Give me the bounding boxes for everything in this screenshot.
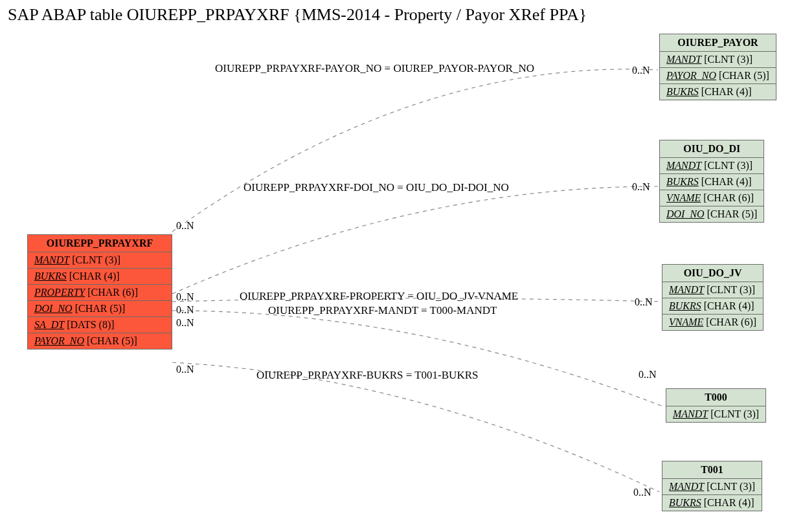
field-row: DOI_NO [CHAR (5)] xyxy=(28,301,172,317)
cardinality-right-t001: 0..N xyxy=(633,487,651,498)
ref-table-t001: T001 MANDT [CLNT (3)] BUKRS [CHAR (4)] xyxy=(662,461,762,511)
field-row: PAYOR_NO [CHAR (5)] xyxy=(28,333,172,349)
ref-table-dodi: OIU_DO_DI MANDT [CLNT (3)] BUKRS [CHAR (… xyxy=(659,140,764,223)
relation-label: OIUREPP_PRPAYXRF-PAYOR_NO = OIUREP_PAYOR… xyxy=(215,62,534,75)
cardinality-left: 0..N xyxy=(176,364,194,375)
relation-label: OIUREPP_PRPAYXRF-MANDT = T000-MANDT xyxy=(268,304,497,317)
field-row: BUKRS [CHAR (4)] xyxy=(662,298,763,315)
field-row: VNAME [CHAR (6)] xyxy=(660,190,763,206)
main-table: OIUREPP_PRPAYXRF MANDT [CLNT (3)] BUKRS … xyxy=(27,234,172,349)
ref-table-header: OIUREP_PAYOR xyxy=(660,34,776,52)
field-row: MANDT [CLNT (3)] xyxy=(662,282,763,298)
field-row: BUKRS [CHAR (4)] xyxy=(662,495,762,511)
page-title: SAP ABAP table OIUREPP_PRPAYXRF {MMS-201… xyxy=(8,5,587,25)
field-row: PAYOR_NO [CHAR (5)] xyxy=(660,68,776,84)
field-row: PROPERTY [CHAR (6)] xyxy=(28,285,172,301)
relation-label: OIUREPP_PRPAYXRF-DOI_NO = OIU_DO_DI-DOI_… xyxy=(243,181,509,194)
diagram-canvas: SAP ABAP table OIUREPP_PRPAYXRF {MMS-201… xyxy=(0,0,803,532)
cardinality-right: 0..N xyxy=(639,369,657,381)
cardinality-right: 0..N xyxy=(632,181,650,193)
relation-label: OIUREPP_PRPAYXRF-BUKRS = T001-BUKRS xyxy=(256,369,478,382)
cardinality-left: 0..N xyxy=(176,304,194,316)
field-row: MANDT [CLNT (3)] xyxy=(662,479,762,495)
field-row: VNAME [CHAR (6)] xyxy=(662,315,763,330)
cardinality-left: 0..N xyxy=(176,317,194,329)
ref-table-header: OIU_DO_DI xyxy=(660,140,763,158)
cardinality-right: 0..N xyxy=(632,65,650,76)
ref-table-t000: T000 MANDT [CLNT (3)] xyxy=(666,388,766,423)
field-row: BUKRS [CHAR (4)] xyxy=(660,174,763,190)
relation-label: OIUREPP_PRPAYXRF-PROPERTY = OIU_DO_JV-VN… xyxy=(240,290,518,303)
cardinality-left: 0..N xyxy=(176,291,194,303)
main-table-header: OIUREPP_PRPAYXRF xyxy=(28,235,172,252)
ref-table-header: OIU_DO_JV xyxy=(662,265,763,282)
field-row: MANDT [CLNT (3)] xyxy=(666,406,765,422)
cardinality-left: 0..N xyxy=(176,220,194,232)
field-row: MANDT [CLNT (3)] xyxy=(28,252,172,269)
field-row: BUKRS [CHAR (4)] xyxy=(660,84,776,100)
field-row: MANDT [CLNT (3)] xyxy=(660,158,763,174)
field-row: BUKRS [CHAR (4)] xyxy=(28,269,172,285)
field-row: MANDT [CLNT (3)] xyxy=(660,52,776,68)
field-row: DOI_NO [CHAR (5)] xyxy=(660,206,763,222)
ref-table-header: T000 xyxy=(666,389,765,406)
cardinality-right: 0..N xyxy=(635,296,653,308)
field-row: SA_DT [DATS (8)] xyxy=(28,317,172,333)
ref-table-header: T001 xyxy=(662,461,762,479)
ref-table-payor: OIUREP_PAYOR MANDT [CLNT (3)] PAYOR_NO [… xyxy=(659,34,776,100)
ref-table-dojv: OIU_DO_JV MANDT [CLNT (3)] BUKRS [CHAR (… xyxy=(662,264,763,331)
